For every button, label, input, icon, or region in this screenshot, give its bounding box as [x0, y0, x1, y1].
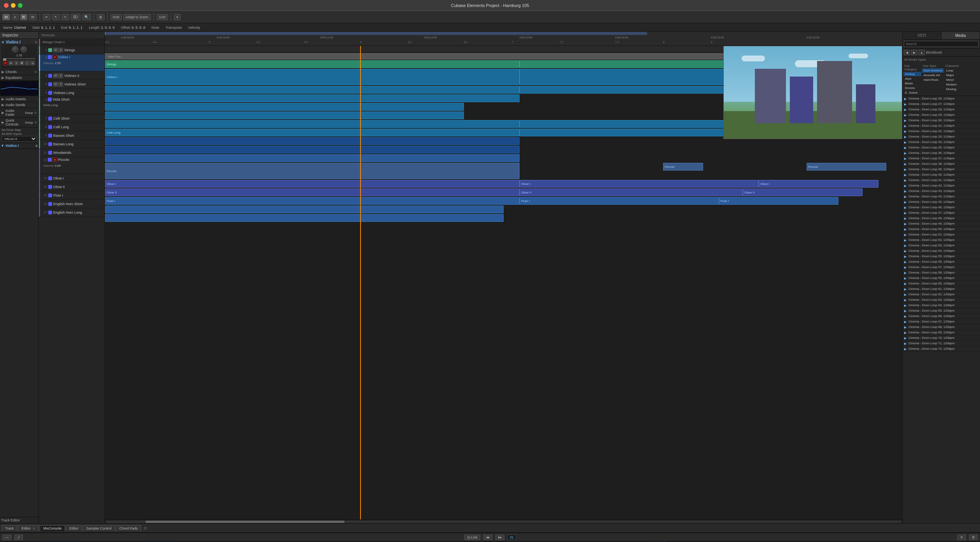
clip-woodwinds[interactable] [105, 154, 520, 162]
close-button[interactable] [4, 3, 9, 8]
clip-piccolo-small-2[interactable]: Piccolo [807, 163, 886, 171]
toolbar-quantize-value[interactable]: 1/32 [157, 14, 168, 20]
media-item-40[interactable]: ▶Cinema - Drum Loop 66, 120bpm [903, 314, 980, 319]
filter-analog[interactable]: Analog [903, 72, 921, 76]
media-item-46[interactable]: ▶Cinema - Drum Loop 72, 120bpm [903, 346, 980, 352]
clip-celli-short[interactable] [105, 120, 520, 128]
media-item-20[interactable]: ▶Cinema - Drum Loop 46, 120bpm [903, 205, 980, 210]
track-rec-2[interactable]: R [52, 55, 57, 59]
filter-drones[interactable]: Drones [903, 86, 921, 90]
toolbar-snap-grid[interactable]: ≡ [174, 14, 180, 20]
track-row-16[interactable]: 16 English Horn Short [39, 200, 105, 208]
inspector-knob-vol[interactable] [12, 46, 18, 52]
right-search-input[interactable] [904, 41, 979, 47]
media-item-31[interactable]: ▶Cinema - Drum Loop 57, 120bpm [903, 265, 980, 270]
inspector-section-eq[interactable]: ▶ Equalizers [0, 75, 38, 81]
media-item-8[interactable]: ▶Cinema - Drum Loop 34, 110bpm [903, 139, 980, 145]
mixer-settings[interactable]: ⚙ [969, 535, 978, 540]
clip-oboe2-3[interactable]: Oboe II [743, 188, 863, 196]
clip-basses-short[interactable] [105, 137, 520, 145]
media-item-5[interactable]: ▶Cinema - Drum Loop 31, 110bpm [903, 123, 980, 129]
media-item-17[interactable]: ▶Cinema - Drum Loop 43, 110bpm [903, 188, 980, 194]
fader-setup-label[interactable]: Setup [25, 111, 33, 115]
media-item-6[interactable]: ▶Cinema - Drum Loop 32, 110bpm [903, 129, 980, 134]
filter-acoustic-art[interactable]: Acoustic Art [922, 73, 944, 77]
mixer-close[interactable]: ✕ [957, 535, 966, 540]
track-row-1[interactable]: 1 M S Strings [39, 46, 105, 54]
media-item-25[interactable]: ▶Cinema - Drum Loop 51, 120bpm [903, 232, 980, 237]
media-item-4[interactable]: ▶Cinema - Drum Loop 30, 110bpm [903, 118, 980, 123]
track-rec-12[interactable]: R [52, 157, 57, 162]
media-item-39[interactable]: ▶Cinema - Drum Loop 65, 120bpm [903, 308, 980, 314]
track-row-12[interactable]: 12 R Piccolo Volume 0.00 [39, 157, 105, 174]
hscroll-thumb[interactable] [145, 521, 345, 523]
track-solo-1[interactable]: S [58, 48, 63, 52]
toolbar-btn-pencil[interactable]: ✏ [43, 14, 51, 20]
clip-violins-short[interactable] [105, 94, 520, 102]
inspector-solo-btn[interactable]: S [14, 61, 19, 65]
media-item-32[interactable]: ▶Cinema - Drum Loop 58, 120bpm [903, 270, 980, 275]
track-row-10[interactable]: 10 Basses Long [39, 140, 105, 148]
media-item-43[interactable]: ▶Cinema - Drum Loop 69, 120bpm [903, 330, 980, 335]
toolbar-btn-magnify[interactable]: 🔍 [82, 14, 91, 20]
track-row-video[interactable]: Stringer Chain 1 [39, 39, 105, 46]
filter-arps[interactable]: Arps [903, 77, 921, 81]
clip-oboe1-1[interactable]: Oboe I [105, 180, 520, 188]
clip-strings-1[interactable]: Strings [105, 60, 520, 68]
media-item-28[interactable]: ▶Cinema - Drum Loop 54, 120bpm [903, 248, 980, 254]
bottom-tab-editor-1-close[interactable]: ✕ [33, 527, 35, 530]
inspector-read-btn[interactable]: r [25, 61, 30, 65]
media-item-11[interactable]: ▶Cinema - Drum Loop 37, 115bpm [903, 156, 980, 161]
inspector-section-sends[interactable]: ▶ Audio Sends [0, 102, 38, 108]
track-row-timecode[interactable]: Timecode [39, 32, 105, 39]
track-row-9[interactable]: 9 Basses Short [39, 131, 105, 140]
clips-area[interactable]: Video Plus... Strings Violins I [105, 46, 902, 519]
all-media-types-label[interactable]: All Media Types [903, 58, 927, 62]
clip-violins1-2[interactable] [520, 69, 759, 85]
track-mute-1[interactable]: M [53, 48, 58, 52]
right-nav-back[interactable]: ◀ [904, 50, 910, 55]
media-item-1[interactable]: ▶Cinema - Drum Loop 27, 110bpm [903, 101, 980, 107]
track-row-3[interactable]: 3 M S Violines II [39, 71, 105, 80]
clip-eng-horn-long[interactable] [105, 214, 504, 222]
minimize-button[interactable] [11, 3, 16, 8]
mixer-minimize[interactable]: — [2, 535, 11, 540]
clip-eng-horn-short[interactable] [105, 206, 504, 213]
clip-oboe1-3[interactable]: Oboe I [759, 180, 878, 188]
media-item-13[interactable]: ▶Cinema - Drum Loop 39, 110bpm [903, 167, 980, 172]
media-item-14[interactable]: ▶Cinema - Drum Loop 40, 110bpm [903, 172, 980, 178]
media-item-24[interactable]: ▶Cinema - Drum Loop 50, 120bpm [903, 227, 980, 232]
right-nav-forward[interactable]: ▶ [911, 50, 917, 55]
clip-violins2-1[interactable] [105, 86, 520, 94]
inspector-section-chords[interactable]: ▶ Chords ⚙ [0, 69, 38, 75]
clip-viola-long[interactable] [105, 112, 464, 119]
media-item-18[interactable]: ▶Cinema - Drum Loop 44, 110bpm [903, 194, 980, 199]
mixer-prev[interactable]: ⏮ [483, 535, 492, 540]
toolbar-btn-scissors[interactable]: ✂ [61, 14, 69, 20]
maximize-button[interactable] [18, 3, 23, 8]
filter-beats[interactable]: Beats [903, 81, 921, 85]
media-item-34[interactable]: ▶Cinema - Drum Loop 60, 120bpm [903, 281, 980, 286]
filter-dark-ambient[interactable]: Dark Ambient [922, 68, 944, 73]
inspector-mute-btn[interactable]: M [9, 61, 13, 65]
inspector-section-quick-controls[interactable]: ▶ Quick Controls Setup ⚙ [0, 118, 38, 127]
media-item-27[interactable]: ▶Cinema - Drum Loop 53, 120bpm [903, 243, 980, 248]
clip-piccolo-1[interactable]: Piccolo [105, 163, 520, 179]
toolbar-btn-eraser[interactable]: ⌦ [71, 14, 80, 20]
inspector-knob-pan[interactable] [21, 46, 27, 52]
inspector-section-fader[interactable]: ▶ Audio Fader Setup ⚙ [0, 108, 38, 118]
filter-loop[interactable]: Loop [945, 68, 962, 73]
track-solo-3[interactable]: S [58, 73, 63, 78]
inspector-section-inserts[interactable]: ▶ Audio Inserts [0, 96, 38, 102]
quick-controls-setup-label[interactable]: Setup [25, 121, 33, 124]
clip-celli-long-1[interactable]: Celli Long [105, 129, 520, 136]
media-item-44[interactable]: ▶Cinema - Drum Loop 70, 120bpm [903, 335, 980, 341]
bottom-tab-chordpads[interactable]: Chord Pads [116, 525, 142, 531]
toolbar-mode-a[interactable]: A [12, 14, 19, 20]
mixer-resize[interactable]: ⤢ [14, 535, 23, 540]
media-item-37[interactable]: ▶Cinema - Drum Loop 63, 120bpm [903, 297, 980, 303]
media-item-9[interactable]: ▶Cinema - Drum Loop 35, 110bpm [903, 145, 980, 150]
media-item-26[interactable]: ▶Cinema - Drum Loop 52, 120bpm [903, 237, 980, 243]
media-item-35[interactable]: ▶Cinema - Drum Loop 61, 120bpm [903, 286, 980, 292]
media-item-45[interactable]: ▶Cinema - Drum Loop 71, 120bpm [903, 341, 980, 346]
